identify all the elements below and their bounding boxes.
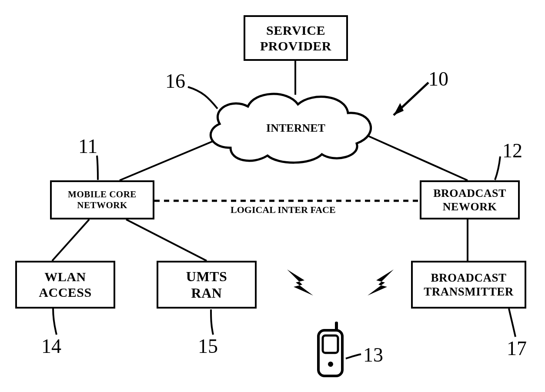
ref-13: 13 — [363, 343, 383, 366]
ref-10: 10 — [428, 67, 448, 90]
ref-15: 15 — [198, 335, 218, 358]
svg-rect-11 — [323, 336, 338, 353]
ref-11: 11 — [78, 135, 97, 158]
ref-17: 17 — [507, 337, 527, 360]
node-umts-ran: UMTS RAN — [157, 261, 257, 309]
svg-line-4 — [126, 219, 207, 261]
cloud-internet-label: INTERNET — [257, 122, 335, 135]
svg-point-12 — [328, 362, 333, 367]
node-service-provider: SERVICE PROVIDER — [244, 15, 348, 61]
ref-12: 12 — [502, 139, 522, 162]
node-broadcast-network: BROADCAST NEWORK — [420, 180, 520, 219]
node-broadcast-transmitter: BROADCAST TRANSMITTER — [411, 261, 526, 309]
ref-14: 14 — [41, 335, 61, 358]
svg-marker-8 — [394, 103, 404, 115]
phone-icon — [313, 322, 348, 380]
svg-line-7 — [394, 83, 428, 115]
node-wlan-access: WLAN ACCESS — [15, 261, 115, 309]
diagram-stage: SERVICE PROVIDER INTERNET MOBILE CORE NE… — [0, 0, 545, 392]
svg-line-3 — [52, 219, 89, 261]
ref-16: 16 — [165, 70, 185, 93]
node-mobile-core: MOBILE CORE NETWORK — [50, 180, 154, 219]
label-logical-interface: LOGICAL INTER FACE — [231, 204, 336, 216]
